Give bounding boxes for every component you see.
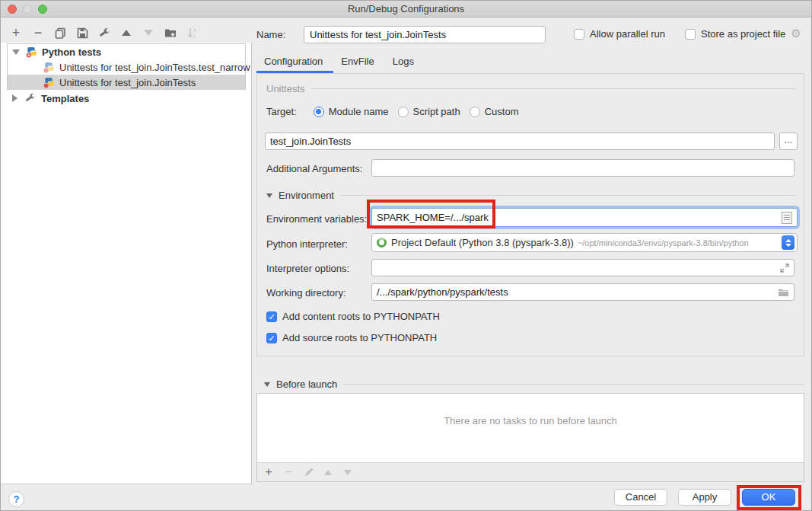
remove-configuration-icon[interactable]: − [32,27,44,39]
environment-variables-value: SPARK_HOME=/.../spark [377,212,489,223]
before-launch-empty-text: There are no tasks to run before launch [257,415,804,426]
before-launch-panel: There are no tasks to run before launch … [256,393,804,482]
wrench-icon [24,92,37,104]
working-directory-value: /.../spark/python/pyspark/tests [377,286,508,298]
python-tests-icon [26,46,37,58]
interpreter-options-label: Interpreter options: [266,263,349,274]
tree-item-label: Unittests for test_join.JoinTests [59,77,196,88]
conda-env-icon [377,238,387,248]
name-input[interactable] [304,26,546,43]
python-interpreter-path: ~/opt/miniconda3/envs/pyspark-3.8/bin/py… [578,238,749,248]
remove-task-icon: − [283,467,294,477]
cancel-button[interactable]: Cancel [614,489,667,506]
move-up-icon [323,467,333,477]
copy-configuration-icon[interactable] [54,27,66,39]
environment-variables-input[interactable]: SPARK_HOME=/.../spark [371,208,798,227]
tree-item-label: Python tests [42,46,101,58]
radio-custom[interactable]: Custom [470,106,519,117]
edit-templates-wrench-icon[interactable] [98,27,110,39]
add-configuration-icon[interactable]: + [10,27,22,39]
tab-configuration[interactable]: Configuration [256,53,333,73]
svg-text:z: z [193,33,196,38]
apply-button[interactable]: Apply [678,489,731,506]
store-as-project-file-checkbox[interactable]: Store as project file ⚙ [685,28,801,40]
tree-item-test-narrow[interactable]: Unittests for test_join.JoinTests.test_n… [1,59,252,75]
additional-arguments-label: Additional Arguments: [266,163,362,174]
python-interpreter-value: Project Default (Python 3.8 (pyspark-3.8… [391,237,574,248]
move-up-icon[interactable] [120,27,132,39]
name-label: Name: [256,29,285,40]
add-task-icon[interactable]: + [263,467,274,477]
move-down-icon [142,27,154,39]
radio-unselected-icon[interactable] [398,107,409,117]
environment-section-header[interactable]: Environment [266,190,796,201]
chevron-down-icon[interactable] [12,50,20,55]
before-launch-section-label: Before launch [276,378,337,390]
checkbox-unchecked-icon[interactable] [574,29,584,40]
additional-arguments-input[interactable] [371,159,794,177]
gear-icon[interactable]: ⚙ [791,28,801,40]
python-interpreter-dropdown[interactable]: Project Default (Python 3.8 (pyspark-3.8… [371,233,798,252]
add-content-roots-checkbox[interactable]: ✓ Add content roots to PYTHONPATH [266,311,440,322]
move-down-icon [342,467,353,477]
python-test-icon [43,62,55,73]
radio-unselected-icon[interactable] [470,107,480,117]
checkbox-unchecked-icon[interactable] [685,29,696,40]
chevron-right-icon[interactable] [12,94,18,102]
checkbox-checked-icon[interactable]: ✓ [266,311,277,322]
tab-logs[interactable]: Logs [385,53,425,73]
target-label: Target: [266,106,297,117]
title-bar: Run/Debug Configurations [1,1,811,18]
python-interpreter-label: Python interpreter: [266,238,348,250]
checkbox-checked-icon[interactable]: ✓ [266,333,277,343]
add-content-roots-label: Add content roots to PYTHONPATH [282,311,440,322]
ok-button[interactable]: OK [742,489,795,506]
target-module-value: test_join.JoinTests [270,136,351,147]
add-source-roots-checkbox[interactable]: ✓ Add source roots to PYTHONPATH [266,332,437,343]
radio-script-path-label: Script path [413,106,460,117]
before-launch-toolbar: + − [257,462,804,481]
tree-item-label: Unittests for test_join.JoinTests.test_n… [59,62,250,73]
expand-icon[interactable] [780,263,789,273]
radio-module-name-label: Module name [329,106,389,117]
add-source-roots-label: Add source roots to PYTHONPATH [282,332,437,343]
allow-parallel-run-checkbox[interactable]: Allow parallel run [574,28,665,40]
chevron-down-icon[interactable] [264,382,270,387]
working-directory-input[interactable]: /.../spark/python/pyspark/tests [371,283,794,301]
allow-parallel-run-label: Allow parallel run [590,28,665,40]
svg-text:a: a [193,27,196,33]
window-title: Run/Debug Configurations [1,3,811,14]
environment-variables-label: Environment variables: [266,213,367,225]
python-test-icon [43,77,55,88]
tree-item-templates[interactable]: Templates [1,91,252,106]
browse-variables-icon[interactable] [782,212,792,224]
configuration-tabs: Configuration EnvFile Logs [256,53,425,73]
unittests-section-header: Unittests [266,83,796,94]
run-debug-configurations-dialog: Run/Debug Configurations + − az [0,0,812,511]
dropdown-stepper-icon[interactable] [782,235,794,250]
folder-icon[interactable] [778,288,789,297]
environment-section-label: Environment [279,190,334,201]
help-button[interactable]: ? [8,491,24,507]
chevron-down-icon[interactable] [266,193,272,198]
radio-script-path[interactable]: Script path [398,106,460,117]
tree-item-jointests-selected[interactable]: Unittests for test_join.JoinTests [8,75,245,90]
target-module-input[interactable]: test_join.JoinTests [265,133,775,150]
new-folder-icon[interactable] [164,27,177,39]
configuration-panel: Unittests Target: Module name Script pat… [256,73,804,356]
working-directory-label: Working directory: [266,287,346,299]
interpreter-options-input[interactable] [371,259,794,276]
radio-custom-label: Custom [485,106,519,117]
target-row: Target: Module name Script path Custom [266,106,518,117]
tree-item-python-tests[interactable]: Python tests [1,44,252,59]
before-launch-section-header[interactable]: Before launch [264,378,804,390]
browse-module-button[interactable]: ... [779,133,798,150]
unittests-section-label: Unittests [266,83,305,94]
configurations-tree: Python tests Unittests for test_join.Joi… [1,43,252,484]
tab-envfile[interactable]: EnvFile [333,53,384,73]
store-as-project-file-label: Store as project file [701,28,785,40]
radio-selected-icon[interactable] [314,107,324,117]
configurations-toolbar: + − az [10,25,199,40]
save-configuration-icon[interactable] [76,27,88,39]
radio-module-name[interactable]: Module name [314,106,389,117]
